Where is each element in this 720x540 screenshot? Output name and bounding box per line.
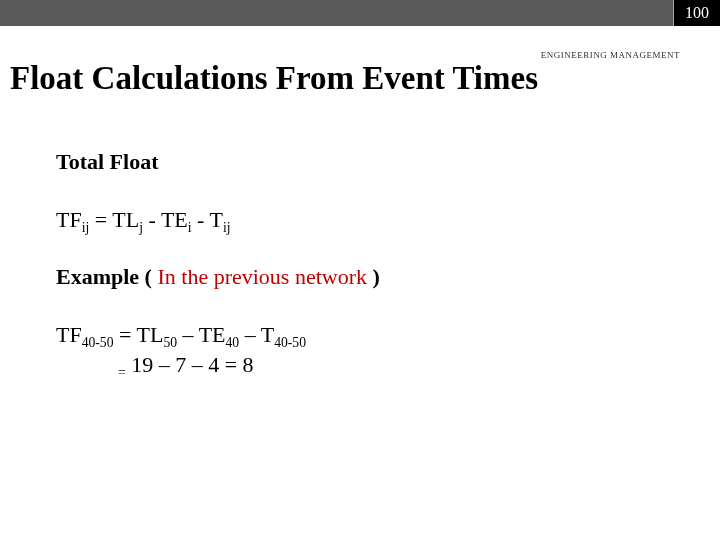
worked-lhs-sub: 40-50: [82, 335, 114, 350]
worked-t2-sub: 40: [226, 335, 240, 350]
worked-lhs-base: TF: [56, 322, 82, 347]
worked-t2-base: TE: [199, 322, 226, 347]
formula-t3-sub: ij: [223, 220, 231, 235]
worked-example: TF40-50 = TL50 – TE40 – T40-50 = 19 – 7 …: [56, 320, 720, 379]
worked-dash2: –: [239, 322, 261, 347]
worked-line-1: TF40-50 = TL50 – TE40 – T40-50: [56, 320, 720, 350]
top-bar: [0, 0, 720, 26]
formula-t3-base: T: [210, 207, 223, 232]
section-heading: Total Float: [56, 147, 720, 177]
formula-minus2: -: [192, 207, 210, 232]
slide-content: Total Float TFij = TLj - TEi - Tij Examp…: [56, 147, 720, 379]
worked-t3-base: T: [261, 322, 274, 347]
example-label-post: ): [367, 264, 380, 289]
formula-t1-base: TL: [112, 207, 139, 232]
worked-line-2: = 19 – 7 – 4 = 8: [56, 350, 720, 380]
page-number: 100: [685, 4, 709, 21]
example-label-pre: Example (: [56, 264, 157, 289]
worked-line2-rest: 19 – 7 – 4 = 8: [126, 352, 254, 377]
example-label: Example ( In the previous network ): [56, 262, 720, 292]
formula-total-float: TFij = TLj - TEi - Tij: [56, 205, 720, 235]
worked-t3-sub: 40-50: [274, 335, 306, 350]
page-number-box: 100: [673, 0, 720, 26]
slide: 100 ENGINEERING MANAGEMENT Float Calcula…: [0, 0, 720, 540]
formula-t2-base: TE: [161, 207, 188, 232]
worked-line2-eq: =: [118, 365, 126, 380]
slide-title: Float Calculations From Event Times: [10, 60, 710, 97]
example-label-red: In the previous network: [157, 264, 367, 289]
worked-dash1: –: [177, 322, 199, 347]
worked-t1-sub: 50: [163, 335, 177, 350]
worked-eq: =: [113, 322, 136, 347]
formula-eq: =: [89, 207, 112, 232]
worked-t1-base: TL: [137, 322, 164, 347]
course-tagline: ENGINEERING MANAGEMENT: [541, 50, 680, 60]
formula-lhs-base: TF: [56, 207, 82, 232]
formula-minus1: -: [143, 207, 161, 232]
